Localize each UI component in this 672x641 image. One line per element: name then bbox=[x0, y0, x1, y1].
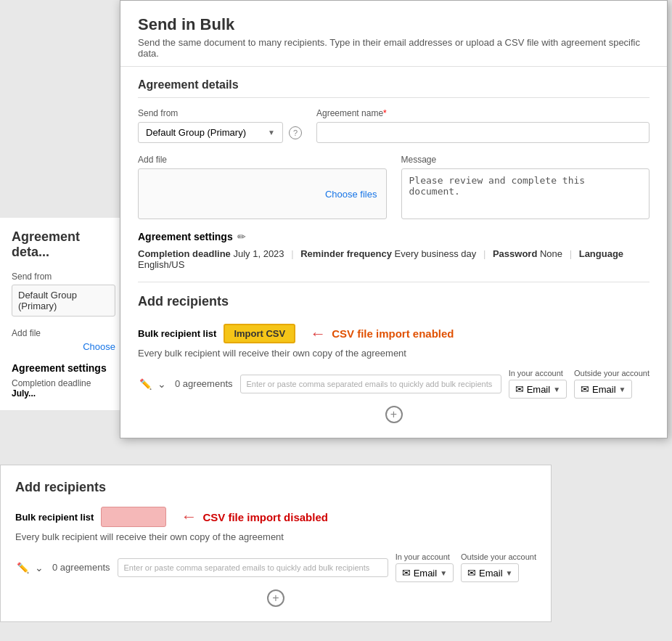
bottom-section: Add recipients Bulk recipient list ← CSV… bbox=[0, 465, 552, 622]
modal-title: Send in Bulk bbox=[138, 15, 650, 34]
bottom-plus-circle-icon: + bbox=[267, 589, 284, 607]
outside-account-group: Outside your account ✉ Email ▼ bbox=[574, 369, 650, 399]
add-file-label: Add file bbox=[138, 155, 387, 165]
bottom-bulk-row: Bulk recipient list ← CSV file import di… bbox=[15, 507, 536, 527]
outside-dropdown-arrow-icon: ▼ bbox=[619, 385, 626, 393]
email-input[interactable] bbox=[240, 375, 501, 393]
bottom-csv-disabled-text: CSV file import disabled bbox=[202, 511, 328, 523]
bottom-email-input[interactable] bbox=[118, 558, 388, 577]
language-val: English/US bbox=[138, 259, 184, 270]
bottom-edit-icon[interactable]: ✏️ bbox=[15, 560, 30, 575]
add-row-button[interactable]: + bbox=[138, 406, 650, 423]
bottom-outside-dropdown-arrow: ▼ bbox=[506, 569, 513, 577]
send-from-select-wrapper[interactable]: Default Group (Primary) ▼ bbox=[138, 122, 283, 143]
bg-add-file-label: Add file bbox=[12, 328, 115, 338]
bg-deadline-val: July... bbox=[12, 388, 115, 399]
bulk-list-row: Bulk recipient list Import CSV ← CSV fil… bbox=[138, 324, 650, 343]
bottom-outside-col: Outside your account ✉ Email ▼ bbox=[461, 552, 536, 582]
bottom-recipient-icons: ✏️ ⌄ bbox=[15, 560, 45, 575]
bottom-agreements-count: 0 agreements bbox=[52, 562, 110, 573]
email-input-col bbox=[240, 375, 501, 393]
in-account-dropdown-arrow-icon: ▼ bbox=[553, 385, 560, 393]
send-from-agreement-name-row: Send from Default Group (Primary) ▼ ? Ag… bbox=[138, 108, 650, 143]
background-form: Agreement deta... Send from Default Grou… bbox=[0, 218, 127, 410]
bg-choose-label: Choose bbox=[12, 341, 115, 352]
bg-send-from-label: Send from bbox=[12, 271, 115, 282]
bottom-outside-email-icon: ✉ bbox=[467, 567, 476, 579]
select-arrow-icon: ▼ bbox=[268, 128, 275, 136]
bottom-csv-annotation: ← CSV file import disabled bbox=[181, 507, 328, 526]
csv-arrow-icon: ← bbox=[310, 324, 326, 343]
modal-subtitle: Send the same document to many recipient… bbox=[138, 37, 650, 59]
bg-send-from-value: Default Group (Primary) bbox=[12, 285, 115, 317]
outside-email-text: Email bbox=[592, 384, 616, 395]
completion-deadline-label: Completion deadline bbox=[138, 248, 231, 259]
bottom-add-row-button[interactable]: + bbox=[15, 589, 536, 607]
bottom-outside-email-dropdown[interactable]: ✉ Email ▼ bbox=[461, 563, 519, 582]
in-account-email-dropdown[interactable]: ✉ Email ▼ bbox=[509, 380, 567, 399]
required-marker: * bbox=[383, 108, 387, 118]
settings-details: Completion deadline July 1, 2023 | Remin… bbox=[138, 248, 650, 270]
reminder-freq-val: Every business day bbox=[395, 248, 477, 259]
bottom-import-csv-disabled bbox=[101, 507, 166, 527]
bottom-recipient-row: ✏️ ⌄ 0 agreements In your account ✉ Emai… bbox=[15, 552, 536, 582]
agreement-name-label: Agreement name* bbox=[316, 108, 650, 118]
plus-circle-icon: + bbox=[385, 406, 403, 423]
bg-agreement-details-heading: Agreement deta... bbox=[12, 229, 115, 260]
password-label: Password bbox=[493, 248, 537, 259]
csv-enabled-text: CSV file import enabled bbox=[332, 327, 454, 340]
bottom-bulk-desc: Every bulk recipient will receive their … bbox=[15, 531, 536, 542]
bottom-email-col bbox=[118, 558, 388, 577]
agreement-name-group: Agreement name* bbox=[316, 108, 650, 143]
bottom-bulk-list-label: Bulk recipient list bbox=[15, 512, 94, 523]
outside-email-dropdown[interactable]: ✉ Email ▼ bbox=[574, 380, 632, 399]
add-file-message-row: Add file Choose files Message Please rev… bbox=[138, 155, 650, 219]
outside-account-label: Outside your account bbox=[574, 369, 650, 377]
completion-deadline-val: July 1, 2023 bbox=[233, 248, 284, 259]
bottom-in-account-email-icon: ✉ bbox=[402, 567, 411, 579]
send-from-label: Send from bbox=[138, 108, 302, 118]
sep2: | bbox=[483, 248, 485, 259]
recipient-row: ✏️ ⌄ 0 agreements In your account ✉ Emai… bbox=[138, 369, 650, 399]
pen-icon[interactable]: ✏️ bbox=[138, 377, 153, 391]
bottom-in-account-dropdown-arrow: ▼ bbox=[440, 569, 447, 577]
modal-header: Send in Bulk Send the same document to m… bbox=[120, 1, 667, 67]
bottom-csv-arrow: ← bbox=[181, 507, 197, 526]
file-upload-area[interactable]: Choose files bbox=[138, 168, 387, 219]
message-textarea[interactable]: Please review and complete this document… bbox=[401, 168, 650, 219]
edit-pencil-icon[interactable]: ✏ bbox=[237, 231, 246, 242]
bulk-desc: Every bulk recipient will receive their … bbox=[138, 348, 650, 359]
send-in-bulk-modal: Send in Bulk Send the same document to m… bbox=[120, 0, 668, 438]
bg-agreement-settings: Agreement settings bbox=[12, 362, 115, 374]
bottom-outside-email-label: Email bbox=[479, 568, 503, 579]
bottom-add-recipients-heading: Add recipients bbox=[15, 480, 536, 495]
bottom-in-your-account-label: In your account bbox=[396, 552, 450, 561]
reminder-freq-label: Reminder frequency bbox=[300, 248, 392, 259]
in-account-email-text: Email bbox=[527, 384, 551, 395]
bottom-in-your-account-col: In your account ✉ Email ▼ bbox=[396, 552, 454, 582]
bottom-in-account-email-label: Email bbox=[414, 568, 438, 579]
agreement-settings-title: Agreement settings bbox=[138, 231, 233, 242]
bottom-chevron-icon[interactable]: ⌄ bbox=[33, 560, 45, 575]
sep1: | bbox=[291, 248, 293, 259]
agreement-settings-row: Agreement settings ✏ bbox=[138, 231, 650, 242]
recipient-icons: ✏️ ⌄ bbox=[138, 377, 168, 391]
bulk-list-label: Bulk recipient list bbox=[138, 328, 216, 339]
bottom-in-account-email-dropdown[interactable]: ✉ Email ▼ bbox=[396, 563, 454, 582]
modal-body: Agreement details Send from Default Grou… bbox=[120, 67, 667, 438]
bg-completion-deadline: Completion deadline bbox=[12, 378, 115, 388]
send-from-select[interactable]: Default Group (Primary) bbox=[146, 127, 265, 138]
password-val: None bbox=[540, 248, 562, 259]
agreement-details-heading: Agreement details bbox=[138, 78, 650, 98]
message-label: Message bbox=[401, 155, 650, 165]
chevron-down-icon[interactable]: ⌄ bbox=[156, 377, 168, 391]
csv-annotation: ← CSV file import enabled bbox=[310, 324, 454, 343]
send-from-group: Send from Default Group (Primary) ▼ ? bbox=[138, 108, 302, 143]
outside-email-icon: ✉ bbox=[581, 383, 589, 395]
message-group: Message Please review and complete this … bbox=[401, 155, 650, 219]
agreement-name-input[interactable] bbox=[316, 122, 650, 143]
import-csv-button[interactable]: Import CSV bbox=[224, 324, 295, 343]
add-recipients-heading: Add recipients bbox=[138, 282, 650, 315]
choose-files-button[interactable]: Choose files bbox=[325, 189, 377, 200]
help-icon[interactable]: ? bbox=[289, 126, 302, 139]
